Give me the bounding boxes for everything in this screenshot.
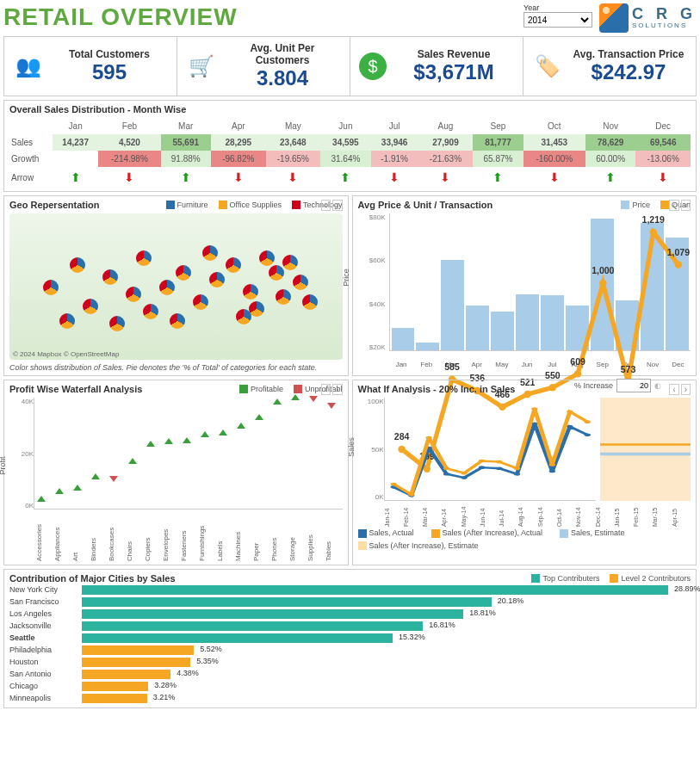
city-bar[interactable] xyxy=(82,694,147,703)
state-pie[interactable] xyxy=(249,301,264,317)
next-button[interactable]: › xyxy=(681,384,691,395)
waterfall-bar[interactable] xyxy=(237,429,247,436)
city-bar[interactable] xyxy=(82,609,463,619)
price-bar[interactable] xyxy=(392,328,415,350)
arrow-cell: ⬇ xyxy=(211,167,266,188)
state-pie[interactable] xyxy=(226,257,241,273)
svg-point-46 xyxy=(567,410,573,413)
state-pie[interactable] xyxy=(269,265,284,281)
waterfall-bar[interactable] xyxy=(37,502,47,509)
state-pie[interactable] xyxy=(43,280,59,295)
price-bar[interactable] xyxy=(566,306,589,350)
price-bar[interactable] xyxy=(491,312,514,350)
state-pie[interactable] xyxy=(293,275,308,290)
city-bar[interactable] xyxy=(82,646,194,655)
city-bar[interactable] xyxy=(82,621,423,631)
slider-icon[interactable]: ◐ xyxy=(654,381,661,390)
state-pie[interactable] xyxy=(70,257,85,273)
waterfall-bar[interactable] xyxy=(73,491,84,494)
state-pie[interactable] xyxy=(176,265,191,281)
city-bar[interactable] xyxy=(82,670,170,679)
prev-button[interactable]: ‹ xyxy=(669,384,678,395)
price-bar[interactable] xyxy=(466,306,489,350)
growth-cell: -1.91% xyxy=(371,151,418,167)
svg-point-29 xyxy=(478,466,484,469)
svg-point-42 xyxy=(496,460,502,464)
state-pie[interactable] xyxy=(276,289,291,305)
state-pie[interactable] xyxy=(143,304,158,319)
city-value: 15.32% xyxy=(399,633,425,641)
svg-point-37 xyxy=(408,493,414,497)
sales-cell: 69,546 xyxy=(635,134,691,151)
state-pie[interactable] xyxy=(282,255,298,270)
next-button[interactable]: › xyxy=(332,200,342,211)
city-bar[interactable] xyxy=(82,682,148,691)
city-bar[interactable] xyxy=(82,597,492,607)
next-button[interactable]: › xyxy=(681,200,691,211)
panel-title: Overall Sales Distribution - Month Wise xyxy=(9,104,691,114)
year-select[interactable]: 2014 xyxy=(523,12,592,28)
state-pie[interactable] xyxy=(236,309,251,324)
price-bar[interactable] xyxy=(616,300,639,350)
waterfall-bar[interactable] xyxy=(219,436,229,438)
arrow-down-icon: ⬇ xyxy=(549,170,560,184)
state-pie[interactable] xyxy=(193,294,208,310)
waterfall-bar[interactable] xyxy=(273,405,283,420)
waterfall-bar[interactable] xyxy=(201,437,211,442)
city-value: 28.89% xyxy=(674,584,700,593)
city-bar[interactable] xyxy=(82,585,668,595)
state-pie[interactable] xyxy=(126,287,141,302)
state-pie[interactable] xyxy=(136,250,152,266)
city-bar[interactable] xyxy=(82,658,190,667)
map[interactable]: © 2024 Mapbox © OpenStreetMap xyxy=(9,213,343,360)
legend-furniture: Furniture xyxy=(166,201,208,210)
price-bar[interactable] xyxy=(641,223,664,350)
price-bar[interactable] xyxy=(516,294,539,350)
pct-label: % Increase xyxy=(574,381,613,390)
state-pie[interactable] xyxy=(302,294,318,310)
up-triangle-icon xyxy=(146,441,155,447)
price-bar[interactable] xyxy=(591,219,614,350)
legend-price: Price xyxy=(621,201,650,210)
arrow-up-icon: ⬆ xyxy=(492,170,503,184)
waterfall-bar[interactable] xyxy=(55,494,65,502)
waterfall-bar[interactable] xyxy=(291,400,301,405)
panel-title: Contribution of Major Cities by Sales xyxy=(9,573,176,584)
legend-after-estimate: Sales (After Increase), Estimate xyxy=(358,541,479,551)
arrow-down-icon: ⬇ xyxy=(389,170,400,184)
state-pie[interactable] xyxy=(202,245,218,261)
city-row: San Antonio4.38% xyxy=(9,668,691,680)
state-pie[interactable] xyxy=(209,272,225,287)
panel-whatif: What If Analysis - 20% Inc. in Sales % I… xyxy=(352,380,697,565)
waterfall-bar[interactable] xyxy=(183,443,193,444)
state-pie[interactable] xyxy=(59,313,75,329)
waterfall-bar[interactable] xyxy=(164,444,175,447)
waterfall-bar[interactable] xyxy=(128,464,139,482)
prev-button[interactable]: ‹ xyxy=(669,200,678,211)
panel-title: Geo Repersentation xyxy=(9,200,100,210)
whatif-chart: Sales 100K50K0KJan-14Feb-14Mar-14Apr-14M… xyxy=(358,398,691,527)
state-pie[interactable] xyxy=(170,313,185,329)
page-title: RETAIL OVERVIEW xyxy=(3,3,238,31)
price-bar[interactable] xyxy=(441,260,464,350)
waterfall-bar[interactable] xyxy=(91,479,102,491)
city-value: 3.28% xyxy=(154,681,177,689)
waterfall-bar[interactable] xyxy=(255,420,265,429)
state-pie[interactable] xyxy=(109,316,125,331)
next-button[interactable]: › xyxy=(332,384,342,395)
state-pie[interactable] xyxy=(259,250,275,266)
state-pie[interactable] xyxy=(83,299,98,314)
state-pie[interactable] xyxy=(159,280,175,295)
pct-input[interactable] xyxy=(616,379,651,392)
waterfall-bar[interactable] xyxy=(146,447,157,465)
state-pie[interactable] xyxy=(102,269,118,285)
panel-title: Profit Wise Waterfall Analysis xyxy=(9,384,142,394)
price-bar[interactable] xyxy=(666,238,689,350)
price-bar[interactable] xyxy=(416,343,439,350)
prev-button[interactable]: ‹ xyxy=(321,200,331,211)
prev-button[interactable]: ‹ xyxy=(321,384,331,395)
state-pie[interactable] xyxy=(243,284,258,300)
city-bar[interactable] xyxy=(82,633,393,643)
year-label: Year xyxy=(523,3,592,12)
price-bar[interactable] xyxy=(541,295,564,350)
